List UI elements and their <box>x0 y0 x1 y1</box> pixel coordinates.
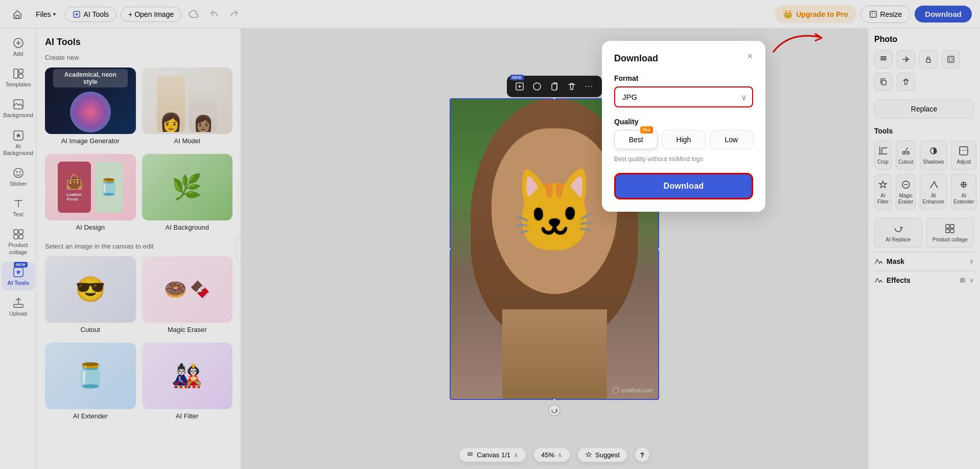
modal-close-button[interactable]: × <box>743 49 757 63</box>
quality-hint: Best quality without insMind logo <box>614 155 753 163</box>
quality-label: Quality <box>614 118 753 126</box>
format-select[interactable]: JPG PNG WEBP <box>614 86 753 107</box>
download-modal-button[interactable]: Download <box>614 173 753 199</box>
modal-title: Download <box>614 53 753 64</box>
modal-overlay: Download × Format JPG PNG WEBP ∨ Quality… <box>0 0 980 469</box>
pro-badge: Pro <box>640 126 653 133</box>
quality-best-button[interactable]: Best Pro <box>614 130 658 149</box>
format-select-wrapper: JPG PNG WEBP ∨ <box>614 86 753 107</box>
format-label: Format <box>614 74 753 82</box>
quality-buttons: Best Pro High Low <box>614 130 753 149</box>
quality-high-button[interactable]: High <box>662 130 705 149</box>
quality-low-button[interactable]: Low <box>710 130 753 149</box>
download-modal: Download × Format JPG PNG WEBP ∨ Quality… <box>602 41 765 212</box>
